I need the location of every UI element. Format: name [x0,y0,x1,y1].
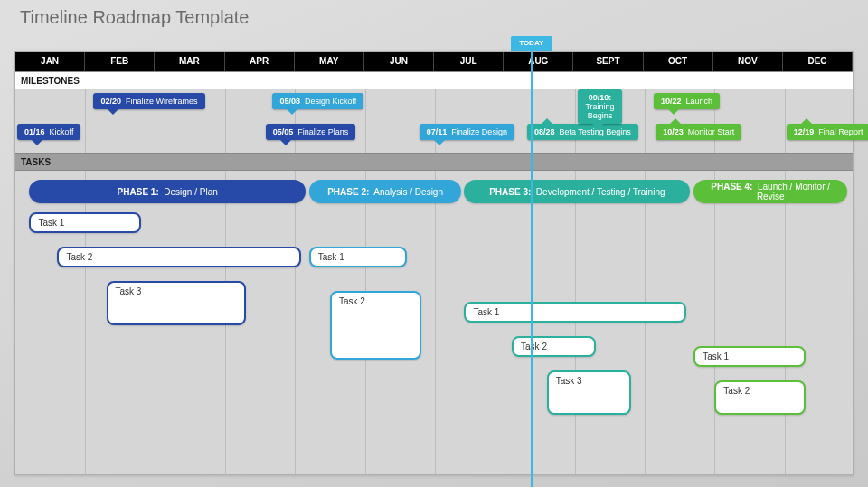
task-bar: Task 2 [57,247,300,267]
phase-bar: PHASE 1: Design / Plan [29,180,305,203]
section-label-milestones: MILESTONES [15,71,853,89]
milestone: 10/23 Monitor Start [656,124,741,140]
month-header: AUG [504,52,573,71]
month-header: MAR [155,52,224,71]
task-bar: Task 3 [547,370,631,415]
task-bar: Task 1 [29,212,141,233]
month-header: JUN [364,52,434,71]
milestone: 07/11 Finalize Design [420,124,514,140]
task-bar: Task 1 [693,346,806,367]
month-header-row: JANFEBMARAPRMAYJUNJULAUGSEPTOCTNOVDEC [15,52,853,71]
milestone: 08/28 Beta Testing Begins [527,124,638,140]
timeline-chart: JANFEBMARAPRMAYJUNJULAUGSEPTOCTNOVDEC MI… [14,51,854,475]
month-header: APR [225,52,295,71]
milestone: 12/19 Final Report [787,124,868,140]
month-header: FEB [85,52,155,71]
milestone: 01/16 Kickoff [17,124,80,140]
month-header: MAY [295,52,364,71]
month-header: SEPT [573,52,643,71]
task-bar: Task 3 [107,281,247,325]
task-bar: Task 2 [330,291,421,360]
task-bar: Task 1 [464,302,686,323]
tasks-area: PHASE 1: Design / PlanPHASE 2: Analysis … [15,171,853,474]
month-header: OCT [644,52,713,71]
milestone: 02/20 Finalize Wireframes [93,93,204,109]
milestone: 09/19:TrainingBegins [578,89,621,124]
month-header: NOV [713,52,783,71]
section-label-tasks: TASKS [15,153,853,171]
phase-bar: PHASE 4: Launch / Monitor / Revise [693,180,847,203]
month-header: DEC [783,52,853,71]
page-title: Timeline Roadmap Template [20,7,249,28]
task-bar: Task 2 [512,336,596,357]
today-marker: TODAY [531,51,533,487]
milestones-area: 01/16 Kickoff02/20 Finalize Wireframes05… [15,89,853,153]
phase-bar: PHASE 2: Analysis / Design [309,180,462,203]
month-header: JAN [15,52,85,71]
phase-bar: PHASE 3: Development / Testing / Trainin… [464,180,690,203]
milestone: 10/22 Launch [654,93,720,109]
task-bar: Task 2 [714,380,806,415]
milestone: 05/05 Finalize Plans [266,124,356,140]
milestone: 05/08 Design Kickoff [272,93,363,109]
today-flag: TODAY [511,36,552,51]
month-header: JUL [434,52,504,71]
task-bar: Task 1 [309,247,407,267]
